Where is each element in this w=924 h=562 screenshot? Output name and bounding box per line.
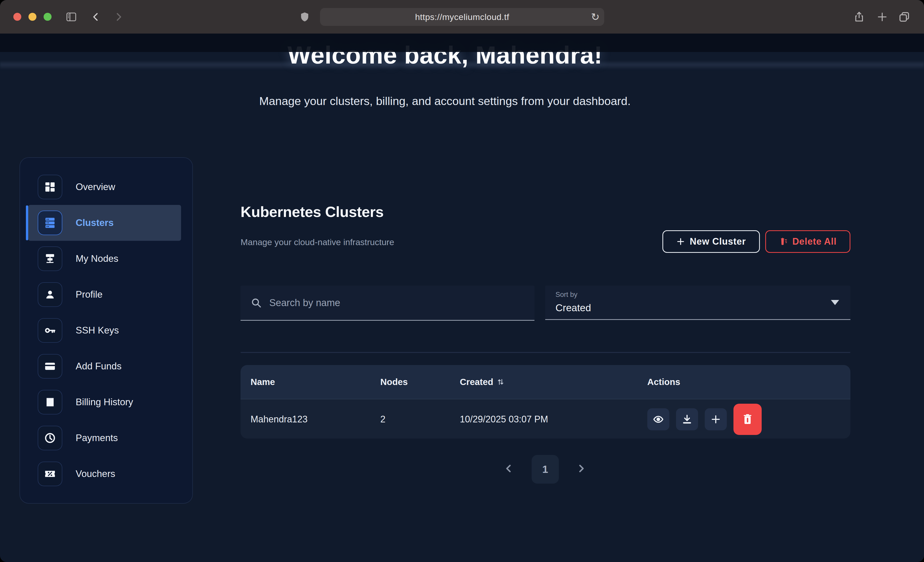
- sort-label: Sort by: [555, 291, 850, 299]
- sort-select[interactable]: Sort by Created: [545, 285, 850, 320]
- chevron-left-icon: [503, 463, 514, 474]
- sidebar-item-label: Profile: [76, 289, 103, 300]
- cluster-nodes-cell: 2: [380, 399, 386, 438]
- reload-icon[interactable]: ↻: [591, 8, 600, 26]
- page-title: Kubernetes Clusters: [240, 203, 384, 220]
- cluster-name-cell: Mahendra123: [250, 399, 308, 438]
- welcome-subtitle: Manage your clusters, billing, and accou…: [0, 94, 890, 108]
- trash-icon: [741, 413, 754, 426]
- sidebar-toggle-icon[interactable]: [64, 0, 79, 34]
- nodes-icon: [38, 247, 62, 271]
- column-header-nodes: Nodes: [380, 365, 408, 399]
- sidebar-nav: Overview Clusters My Nodes Profile: [20, 157, 193, 504]
- clusters-icon: [38, 211, 62, 235]
- close-window-button[interactable]: [14, 13, 21, 21]
- search-icon: [250, 297, 262, 309]
- delete-all-button[interactable]: Delete All: [765, 230, 850, 253]
- sidebar-item-my-nodes[interactable]: My Nodes: [28, 241, 181, 277]
- privacy-shield-icon[interactable]: [297, 0, 312, 34]
- minimize-window-button[interactable]: [28, 13, 36, 21]
- sidebar-item-label: Payments: [76, 433, 118, 443]
- next-page-button[interactable]: [571, 458, 591, 479]
- sort-updown-icon: [497, 378, 504, 386]
- clock-icon: [38, 426, 62, 450]
- trash-sweep-icon: [779, 237, 788, 246]
- zoom-window-button[interactable]: [44, 13, 51, 21]
- page-number-label: 1: [542, 463, 548, 475]
- sidebar-item-overview[interactable]: Overview: [28, 169, 181, 205]
- tab-overview-icon[interactable]: [896, 0, 912, 34]
- browser-toolbar: https://myceliumcloud.tf ↻: [0, 0, 924, 34]
- sidebar-item-billing-history[interactable]: Billing History: [28, 384, 181, 420]
- search-input[interactable]: [269, 297, 534, 309]
- search-field[interactable]: [240, 285, 534, 321]
- table-header-row: Name Nodes Created Actions: [240, 365, 850, 399]
- sidebar-item-ssh-keys[interactable]: SSH Keys: [28, 312, 181, 348]
- pagination: 1: [0, 454, 924, 484]
- window-controls: [14, 13, 51, 21]
- sidebar-item-label: SSH Keys: [76, 325, 119, 336]
- delete-cluster-button[interactable]: [734, 404, 762, 435]
- browser-window: https://myceliumcloud.tf ↻ Welcome back,…: [0, 0, 924, 562]
- sidebar-item-label: Billing History: [76, 397, 133, 408]
- plus-icon: [710, 414, 722, 425]
- column-header-created[interactable]: Created: [460, 365, 504, 399]
- created-label: Created: [460, 377, 493, 387]
- section-divider: [240, 352, 850, 353]
- share-icon[interactable]: [851, 0, 867, 34]
- add-node-button[interactable]: [705, 408, 727, 430]
- sidebar-item-label: Overview: [76, 182, 115, 192]
- sidebar-item-payments[interactable]: Payments: [28, 420, 181, 456]
- key-icon: [38, 318, 62, 343]
- download-kubeconfig-button[interactable]: [676, 408, 698, 430]
- sort-value: Created: [555, 302, 850, 314]
- view-cluster-button[interactable]: [647, 408, 669, 430]
- new-cluster-label: New Cluster: [690, 236, 746, 247]
- download-icon: [681, 414, 693, 425]
- sidebar-item-label: Add Funds: [76, 361, 122, 372]
- profile-icon: [38, 282, 62, 307]
- table-row: Mahendra123 2 10/29/2025 03:07 PM: [240, 399, 850, 438]
- cluster-created-cell: 10/29/2025 03:07 PM: [460, 399, 548, 438]
- sidebar-item-clusters[interactable]: Clusters: [28, 205, 181, 241]
- back-button-icon[interactable]: [88, 0, 104, 34]
- eye-icon: [652, 413, 664, 425]
- column-header-actions: Actions: [647, 365, 680, 399]
- chevron-down-icon: [831, 300, 839, 305]
- delete-all-label: Delete All: [792, 236, 837, 247]
- forward-button-icon[interactable]: [111, 0, 126, 34]
- chevron-right-icon: [576, 463, 587, 474]
- sidebar-item-label: Clusters: [76, 217, 114, 228]
- receipt-icon: [38, 390, 62, 414]
- url-text: https://myceliumcloud.tf: [415, 12, 509, 22]
- credit-card-icon: [38, 354, 62, 378]
- sidebar-item-add-funds[interactable]: Add Funds: [28, 348, 181, 384]
- dashboard-icon: [38, 175, 62, 199]
- previous-page-button[interactable]: [498, 458, 519, 479]
- row-actions: [647, 399, 762, 438]
- page-subtitle: Manage your cloud-native infrastructure: [240, 237, 394, 247]
- sidebar-item-label: My Nodes: [76, 253, 118, 264]
- page-number[interactable]: 1: [532, 455, 559, 484]
- clusters-table: Name Nodes Created Actions Mahendra123 2…: [240, 365, 850, 438]
- plus-icon: [676, 237, 685, 246]
- dashboard-page: Welcome back, Mahendra! Manage your clus…: [0, 34, 924, 562]
- top-clip-band: [0, 34, 924, 52]
- new-tab-icon[interactable]: [874, 0, 890, 34]
- column-header-name: Name: [250, 365, 275, 399]
- address-bar[interactable]: https://myceliumcloud.tf ↻: [320, 8, 604, 26]
- new-cluster-button[interactable]: New Cluster: [662, 230, 760, 253]
- sidebar-item-profile[interactable]: Profile: [28, 277, 181, 312]
